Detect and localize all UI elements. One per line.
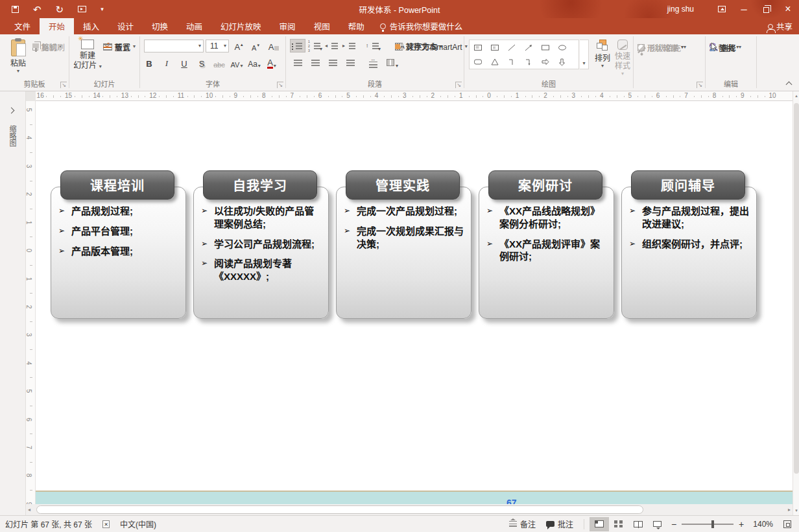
close-button[interactable]: × bbox=[777, 0, 799, 18]
collapse-ribbon-button[interactable] bbox=[786, 82, 793, 88]
card-title[interactable]: 案例研讨 bbox=[488, 170, 602, 200]
increase-font-size-button[interactable]: A▴ bbox=[232, 40, 245, 52]
slide-canvas[interactable]: 课程培训➢产品规划过程;➢产品平台管理;➢产品版本管理;自我学习➢以往成功/失败… bbox=[36, 101, 793, 504]
normal-view-button[interactable] bbox=[590, 517, 609, 531]
signed-in-user[interactable]: jing shu bbox=[667, 5, 694, 14]
numbering-button[interactable]: ▾ bbox=[307, 39, 323, 52]
card-title[interactable]: 顾问辅导 bbox=[631, 170, 745, 200]
horizontal-scrollbar[interactable]: ◂ ▸ bbox=[26, 504, 793, 515]
tab-3[interactable]: 设计 bbox=[108, 18, 143, 34]
bullet-item[interactable]: ➢产品版本管理; bbox=[58, 245, 179, 258]
scroll-right-icon[interactable]: ▸ bbox=[788, 507, 791, 513]
select-button[interactable]: 选择▾ bbox=[710, 40, 741, 55]
horizontal-scrollbar-thumb[interactable] bbox=[36, 505, 643, 514]
bold-button[interactable]: B bbox=[143, 56, 156, 69]
font-size-combobox[interactable]: 11▾ bbox=[206, 40, 229, 52]
align-right-button[interactable] bbox=[325, 56, 340, 69]
bullets-button[interactable] bbox=[290, 39, 305, 52]
shapes-gallery-more-button[interactable]: ▾ bbox=[580, 40, 589, 69]
character-spacing-button[interactable]: AV▾ bbox=[230, 56, 243, 69]
tell-me-box[interactable]: 告诉我你想要做什么 bbox=[374, 18, 470, 34]
scroll-up-icon[interactable]: ▴ bbox=[793, 93, 799, 98]
zoom-out-button[interactable]: − bbox=[671, 519, 676, 529]
card-title[interactable]: 课程培训 bbox=[60, 170, 174, 200]
shape-textbox-horizontal-icon[interactable] bbox=[470, 40, 486, 54]
shape-right-arrow-icon[interactable] bbox=[537, 54, 554, 69]
bullet-item[interactable]: ➢完成一次规划成果汇报与决策; bbox=[344, 225, 464, 251]
restore-button[interactable] bbox=[755, 0, 777, 18]
zoom-in-button[interactable]: + bbox=[739, 519, 744, 529]
bullet-item[interactable]: ➢《XX产品规划评审》案例研讨; bbox=[486, 238, 607, 264]
bullet-item[interactable]: ➢产品平台管理; bbox=[58, 225, 179, 238]
tab-1[interactable]: 开始 bbox=[40, 18, 74, 34]
card-title[interactable]: 自我学习 bbox=[203, 170, 317, 200]
notes-button[interactable]: 备注 bbox=[504, 516, 541, 532]
text-shadow-button[interactable]: S bbox=[195, 56, 208, 69]
shape-elbow-connector-icon[interactable] bbox=[503, 54, 520, 69]
vertical-scrollbar[interactable]: ▴ ▾ bbox=[793, 91, 799, 515]
ribbon-display-options-button[interactable] bbox=[711, 0, 733, 18]
shape-oval-icon[interactable] bbox=[554, 40, 571, 54]
format-shape-dialog-launcher[interactable]: ↘ bbox=[697, 82, 703, 88]
font-name-combobox[interactable]: ▾ bbox=[144, 40, 204, 52]
decrease-indent-button[interactable]: ◂ bbox=[325, 39, 340, 52]
quick-styles-button[interactable]: 快速样式 ▾ bbox=[612, 40, 633, 76]
change-case-button[interactable]: Aa▾ bbox=[248, 56, 261, 69]
tab-file[interactable]: 文件 bbox=[5, 18, 40, 34]
font-color-button[interactable]: A▾ bbox=[265, 56, 278, 69]
bullet-item[interactable]: ➢完成一次产品规划过程; bbox=[344, 205, 464, 218]
zoom-slider-thumb[interactable] bbox=[711, 520, 714, 528]
shape-rounded-rectangle-icon[interactable] bbox=[470, 54, 486, 69]
scroll-down-icon[interactable]: ▾ bbox=[793, 508, 799, 513]
bullet-item[interactable]: ➢以往成功/失败的产品管理案例总结; bbox=[201, 205, 322, 231]
shape-line-icon[interactable] bbox=[503, 40, 520, 54]
bullet-item[interactable]: ➢《XX产品线战略规划》案例分析研讨; bbox=[486, 205, 607, 231]
card-title[interactable]: 管理实践 bbox=[346, 170, 460, 200]
slide-sorter-view-button[interactable] bbox=[609, 517, 628, 531]
thumbnail-rail-label[interactable]: 缩略图 bbox=[7, 125, 18, 146]
spell-check-button[interactable]: ✕ bbox=[97, 516, 115, 532]
slideshow-view-button[interactable] bbox=[648, 517, 667, 531]
clipboard-dialog-launcher[interactable]: ↘ bbox=[60, 82, 67, 88]
fit-to-window-button[interactable] bbox=[778, 516, 799, 532]
language-indicator[interactable]: 中文(中国) bbox=[115, 516, 161, 532]
bullet-item[interactable]: ➢学习公司产品规划流程; bbox=[201, 238, 322, 251]
tab-9[interactable]: 帮助 bbox=[339, 18, 374, 34]
decrease-font-size-button[interactable]: A▾ bbox=[249, 40, 262, 52]
tab-4[interactable]: 切换 bbox=[143, 18, 177, 34]
align-center-button[interactable] bbox=[307, 56, 323, 69]
minimize-button[interactable]: ─ bbox=[733, 0, 755, 18]
slides-section-button[interactable]: 节▾ bbox=[103, 40, 127, 54]
align-left-button[interactable] bbox=[290, 56, 305, 69]
clear-formatting-button[interactable]: A bbox=[267, 40, 280, 52]
smartart-button[interactable]: 转换为 SmartArt▾ bbox=[395, 38, 468, 54]
shape-arrow-icon[interactable] bbox=[520, 40, 537, 54]
font-dialog-launcher[interactable]: ↘ bbox=[277, 82, 283, 88]
line-spacing-button[interactable]: ↕▾ bbox=[365, 39, 381, 52]
increase-indent-button[interactable]: ▸ bbox=[342, 39, 358, 52]
bullet-item[interactable]: ➢组织案例研讨，并点评; bbox=[629, 238, 750, 251]
paste-button[interactable]: 粘贴 ▾ bbox=[5, 40, 31, 74]
format-painter-button[interactable]: 格式刷 bbox=[32, 40, 65, 54]
columns-button[interactable]: ▾ bbox=[383, 56, 398, 69]
bullet-item[interactable]: ➢产品规划过程; bbox=[58, 205, 179, 218]
bullet-item[interactable]: ➢参与产品规划过程，提出改进建议; bbox=[629, 205, 750, 231]
shape-triangle-icon[interactable] bbox=[486, 54, 503, 69]
shape-textbox-vertical-icon[interactable] bbox=[486, 40, 503, 54]
arrange-button[interactable]: 排列 ▾ bbox=[593, 40, 612, 69]
slide-counter[interactable]: 幻灯片 第 67 张, 共 67 张 bbox=[0, 516, 97, 532]
tab-7[interactable]: 审阅 bbox=[270, 18, 305, 34]
expand-thumbnails-icon[interactable] bbox=[8, 108, 15, 114]
distribute-text-button[interactable]: ↔ bbox=[365, 56, 381, 69]
tab-6[interactable]: 幻灯片放映 bbox=[211, 18, 270, 34]
tab-5[interactable]: 动画 bbox=[177, 18, 211, 34]
tab-2[interactable]: 插入 bbox=[74, 18, 108, 34]
shape-rectangle-icon[interactable] bbox=[537, 40, 554, 54]
reading-view-button[interactable] bbox=[628, 517, 648, 531]
share-button[interactable]: 共享 bbox=[768, 18, 793, 34]
new-slide-button[interactable]: 新建 幻灯片 ▾ bbox=[73, 40, 102, 71]
justify-button[interactable] bbox=[342, 56, 358, 69]
underline-button[interactable]: U bbox=[178, 56, 191, 69]
tab-8[interactable]: 视图 bbox=[305, 18, 339, 34]
scroll-left-icon[interactable]: ◂ bbox=[28, 507, 30, 513]
